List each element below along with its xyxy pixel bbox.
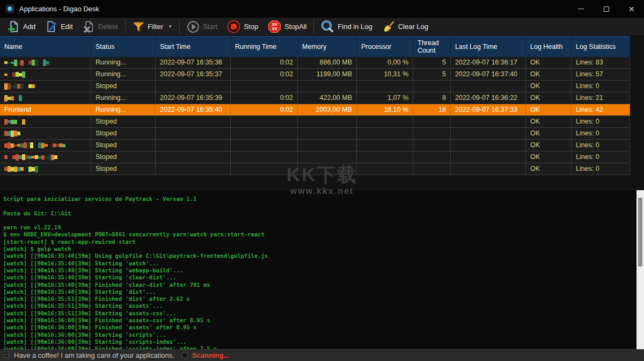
close-button[interactable]: ✕ [619,0,644,18]
table-row[interactable]: StopedOKLines: 0 [0,128,630,140]
app-logo-icon [5,4,14,13]
table-row[interactable]: StopedOKLines: 0 [0,163,630,175]
toolbar: Add Edit Delete Filter ▼ [0,18,644,36]
table-row[interactable]: StopedOKLines: 0 [0,151,630,163]
cell-running_time: 0:02 [231,57,298,68]
find-in-log-button-label: Find in Log [338,23,372,31]
redacted-name-mosaic [4,151,8,163]
stop-button[interactable]: Stop [222,19,263,35]
cell-running_time [231,81,298,92]
console-line [3,203,636,210]
table-row[interactable]: StopedOKLines: 0 [0,116,630,128]
column-header-processor[interactable]: Processor [357,37,413,57]
stopall-button[interactable]: XX XX StopAll [263,19,311,35]
column-header-log_stats[interactable]: Log Statistics [572,37,630,57]
table-body: Running...2022-09-07 16:35:360:02886,00 … [0,57,630,175]
column-header-name[interactable]: Name [0,37,91,57]
console-scrollbar-thumb[interactable] [638,198,642,266]
cell-log_health: OK [526,69,572,80]
cell-start_time [156,116,231,127]
cell-log_health: OK [526,163,572,175]
cell-threads: 18 [413,104,451,115]
table-row[interactable]: FrontendRunning...2022-09-07 16:35:400:0… [0,104,630,116]
cell-memory: 422,00 MB [298,92,357,104]
column-header-threads[interactable]: Thread Count [413,37,451,57]
cell-processor [357,140,413,151]
scanning-label: Scanning... [192,351,229,359]
redacted-name-mosaic [12,69,25,80]
clear-log-button[interactable]: Clear Log [377,19,433,35]
redacted-name-mosaic [38,140,48,151]
find-in-log-button[interactable]: Find in Log [316,19,377,35]
cell-log_stats: Lines: 57 [572,69,630,80]
clear-log-button-label: Clear Log [398,23,428,31]
cell-last_log_time: 2022-09-07 16:37:40 [451,69,526,80]
console-line [3,217,636,224]
cell-processor: 0,00 % [357,57,413,68]
column-header-status[interactable]: Status [91,37,156,57]
cell-name: Frontend [0,104,91,115]
cell-running_time [231,128,298,139]
cell-last_log_time [451,140,526,151]
cell-processor: 10,31 % [357,69,413,80]
cell-memory [298,140,357,151]
add-button-label: Add [23,23,35,31]
applications-table: NameStatusStart TimeRunning TimeMemoryPr… [0,36,630,175]
cell-last_log_time [451,116,526,127]
column-header-running_time[interactable]: Running Time [231,37,298,57]
cell-log_health: OK [526,57,572,68]
console-line: [watch] [[90m16:35:40[39m] Starting 'wat… [3,260,636,267]
cell-memory [298,163,357,175]
cell-status: Stoped [91,163,156,175]
cell-running_time [231,116,298,127]
console-scrollbar[interactable] [636,190,644,349]
column-header-start_time[interactable]: Start Time [156,37,231,57]
cell-log_stats: Lines: 0 [572,140,630,151]
cell-start_time [156,140,231,151]
cell-name [0,128,91,139]
column-header-log_health[interactable]: Log Health [526,37,572,57]
toolbar-separator [125,19,126,34]
console-line: [watch] [[90m16:36:00[39m] Starting 'scr… [3,338,636,345]
delete-button[interactable]: Delete [78,19,123,35]
cell-name [0,81,91,92]
cell-processor [357,151,413,163]
funnel-icon [133,21,144,33]
cell-status: Running... [91,92,156,104]
cell-log_health: OK [526,151,572,163]
add-button[interactable]: Add [3,19,40,35]
console-line: Pasta do Git: C:\Git [3,210,636,217]
cell-last_log_time: 2022-09-07 16:36:22 [451,92,526,104]
cell-log_health: OK [526,81,572,92]
column-header-last_log_time[interactable]: Last Log Time [451,37,526,57]
table-row[interactable]: Running...2022-09-07 16:35:360:02886,00 … [0,57,630,69]
cell-status: Stoped [91,81,156,92]
titlebar: Applications - Digao Desk ✕ [0,0,644,18]
redacted-name-mosaic [4,81,24,92]
log-console[interactable]: Script para inicializar servicos da Payt… [0,190,636,349]
table-row[interactable]: Running...2022-09-07 16:35:390:02422,00 … [0,92,630,104]
cell-threads [413,163,451,175]
cell-start_time [156,128,231,139]
cell-threads: 8 [413,92,451,104]
cell-last_log_time [451,151,526,163]
stopall-button-label: StopAll [284,23,306,31]
cell-threads [413,116,451,127]
maximize-icon [604,6,609,12]
console-line: [watch] [[90m16:35:51[39m] Starting 'ass… [3,302,636,309]
column-header-memory[interactable]: Memory [298,37,357,57]
maximize-button[interactable] [594,0,619,18]
window-title: Applications - Digao Desk [19,5,99,13]
cell-running_time: 0:02 [231,104,298,115]
start-button[interactable]: Start [182,19,222,35]
table-row[interactable]: StopedOKLines: 0 [0,81,630,92]
cell-log_stats: Lines: 0 [572,116,630,127]
minimize-button[interactable] [568,0,594,18]
cell-threads [413,128,451,139]
edit-button[interactable]: Edit [40,19,77,35]
filter-button[interactable]: Filter ▼ [128,19,177,35]
cell-name [0,69,91,80]
cell-running_time [231,151,298,163]
table-row[interactable]: StopedOKLines: 0 [0,140,630,151]
table-row[interactable]: Running...2022-09-07 16:35:370:021199,00… [0,69,630,81]
